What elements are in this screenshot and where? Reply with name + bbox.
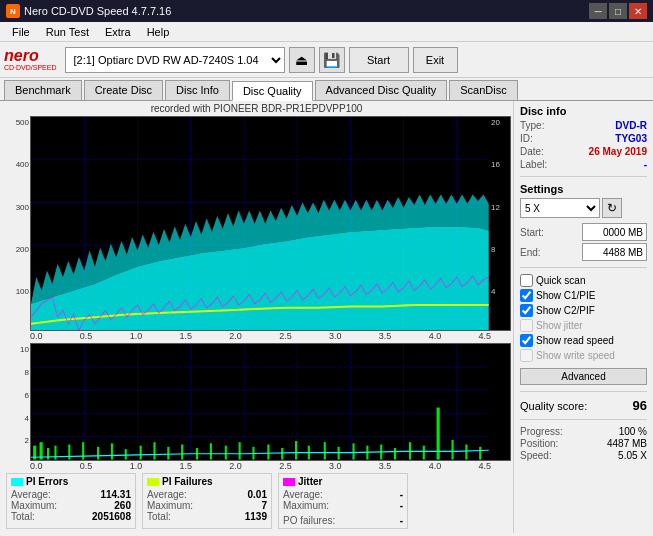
quality-score-label: Quality score: xyxy=(520,400,587,412)
show-write-speed-checkbox[interactable] xyxy=(520,349,533,362)
chart-header: recorded with PIONEER BDR-PR1EPDVPP100 xyxy=(2,103,511,114)
title-bar-controls: ─ □ ✕ xyxy=(589,3,647,19)
disc-type-row: Type: DVD-R xyxy=(520,120,647,131)
disc-label-label: Label: xyxy=(520,159,547,170)
divider-4 xyxy=(520,419,647,420)
maximize-button[interactable]: □ xyxy=(609,3,627,19)
position-value: 4487 MB xyxy=(607,438,647,449)
pi-errors-title: PI Errors xyxy=(26,476,68,487)
speed-value: 5.05 X xyxy=(618,450,647,461)
pi-failures-title: PI Failures xyxy=(162,476,213,487)
show-c2-pif-row: Show C2/PIF xyxy=(520,304,647,317)
disc-id-row: ID: TYG03 xyxy=(520,133,647,144)
svg-rect-53 xyxy=(338,447,340,460)
speed-selector[interactable]: 5 X xyxy=(520,198,600,218)
svg-rect-32 xyxy=(47,448,49,460)
svg-rect-57 xyxy=(394,448,396,460)
disc-info-title: Disc info xyxy=(520,105,647,117)
show-c1-pie-checkbox[interactable] xyxy=(520,289,533,302)
menu-run-test[interactable]: Run Test xyxy=(38,24,97,40)
disc-id-label: ID: xyxy=(520,133,533,144)
upper-chart: 20 16 12 8 4 xyxy=(30,116,511,331)
show-jitter-checkbox[interactable] xyxy=(520,319,533,332)
menu-file[interactable]: File xyxy=(4,24,38,40)
svg-rect-49 xyxy=(281,448,283,460)
toolbar: nero CD·DVD/SPEED [2:1] Optiarc DVD RW A… xyxy=(0,42,653,78)
svg-rect-37 xyxy=(111,444,113,460)
progress-label: Progress: xyxy=(520,426,563,437)
upper-x-axis: 0.00.51.01.52.02.53.03.54.04.5 xyxy=(2,331,511,341)
svg-rect-39 xyxy=(140,446,142,460)
svg-rect-61 xyxy=(451,440,453,460)
svg-rect-41 xyxy=(167,447,169,460)
disc-date-row: Date: 26 May 2019 xyxy=(520,146,647,157)
app-icon: N xyxy=(6,4,20,18)
svg-rect-50 xyxy=(295,442,297,460)
disc-label-value: - xyxy=(644,159,647,170)
disc-id-value: TYG03 xyxy=(615,133,647,144)
progress-row: Progress: 100 % xyxy=(520,426,647,437)
svg-rect-45 xyxy=(225,446,227,460)
start-button[interactable]: Start xyxy=(349,47,409,73)
refresh-button[interactable]: ↻ xyxy=(602,198,622,218)
disc-date-label: Date: xyxy=(520,146,544,157)
legend-pi-failures: PI Failures Average: 0.01 Maximum: 7 Tot… xyxy=(142,473,272,529)
quick-scan-row: Quick scan xyxy=(520,274,647,287)
quality-score-row: Quality score: 96 xyxy=(520,398,647,413)
tab-disc-info[interactable]: Disc Info xyxy=(165,80,230,100)
end-row: End: xyxy=(520,243,647,261)
eject-button[interactable]: ⏏ xyxy=(289,47,315,73)
svg-rect-48 xyxy=(267,445,269,460)
show-write-speed-row: Show write speed xyxy=(520,349,647,362)
minimize-button[interactable]: ─ xyxy=(589,3,607,19)
show-read-speed-checkbox[interactable] xyxy=(520,334,533,347)
jitter-color xyxy=(283,478,295,486)
progress-value: 100 % xyxy=(619,426,647,437)
svg-rect-52 xyxy=(324,443,326,460)
show-c1-pie-row: Show C1/PIE xyxy=(520,289,647,302)
main-content: recorded with PIONEER BDR-PR1EPDVPP100 5… xyxy=(0,101,653,533)
tab-scandisc[interactable]: ScanDisc xyxy=(449,80,517,100)
lower-chart-svg xyxy=(31,344,510,460)
lower-chart xyxy=(30,343,511,461)
menu-help[interactable]: Help xyxy=(139,24,178,40)
advanced-button[interactable]: Advanced xyxy=(520,368,647,385)
svg-rect-59 xyxy=(423,446,425,460)
quick-scan-checkbox[interactable] xyxy=(520,274,533,287)
exit-button[interactable]: Exit xyxy=(413,47,458,73)
tab-disc-quality[interactable]: Disc Quality xyxy=(232,81,313,101)
svg-rect-35 xyxy=(82,443,84,460)
title-bar: N Nero CD-DVD Speed 4.7.7.16 ─ □ ✕ xyxy=(0,0,653,22)
tab-create-disc[interactable]: Create Disc xyxy=(84,80,163,100)
divider-2 xyxy=(520,267,647,268)
disc-type-value: DVD-R xyxy=(615,120,647,131)
quick-scan-label: Quick scan xyxy=(536,275,585,286)
progress-section: Progress: 100 % Position: 4487 MB Speed:… xyxy=(520,426,647,461)
title-bar-left: N Nero CD-DVD Speed 4.7.7.16 xyxy=(6,4,171,18)
show-c2-pif-label: Show C2/PIF xyxy=(536,305,595,316)
svg-rect-62 xyxy=(465,445,467,460)
end-input[interactable] xyxy=(582,243,647,261)
settings-section: Settings 5 X ↻ Start: End: xyxy=(520,183,647,261)
svg-rect-42 xyxy=(181,445,183,460)
pi-errors-color xyxy=(11,478,23,486)
disc-label-row: Label: - xyxy=(520,159,647,170)
drive-selector[interactable]: [2:1] Optiarc DVD RW AD-7240S 1.04 xyxy=(65,47,285,73)
end-label: End: xyxy=(520,247,541,258)
right-panel: Disc info Type: DVD-R ID: TYG03 Date: 26… xyxy=(513,101,653,533)
tab-benchmark[interactable]: Benchmark xyxy=(4,80,82,100)
lower-x-axis: 0.00.51.01.52.02.53.03.54.04.5 xyxy=(2,461,511,471)
legend-area: PI Errors Average: 114.31 Maximum: 260 T… xyxy=(2,471,511,531)
start-input[interactable] xyxy=(582,223,647,241)
position-label: Position: xyxy=(520,438,558,449)
menu-extra[interactable]: Extra xyxy=(97,24,139,40)
show-c2-pif-checkbox[interactable] xyxy=(520,304,533,317)
tab-bar: Benchmark Create Disc Disc Info Disc Qua… xyxy=(0,78,653,101)
svg-rect-63 xyxy=(479,447,481,460)
close-button[interactable]: ✕ xyxy=(629,3,647,19)
svg-rect-34 xyxy=(68,445,70,460)
quality-score-value: 96 xyxy=(633,398,647,413)
disc-info-section: Disc info Type: DVD-R ID: TYG03 Date: 26… xyxy=(520,105,647,170)
save-button[interactable]: 💾 xyxy=(319,47,345,73)
tab-advanced-disc-quality[interactable]: Advanced Disc Quality xyxy=(315,80,448,100)
